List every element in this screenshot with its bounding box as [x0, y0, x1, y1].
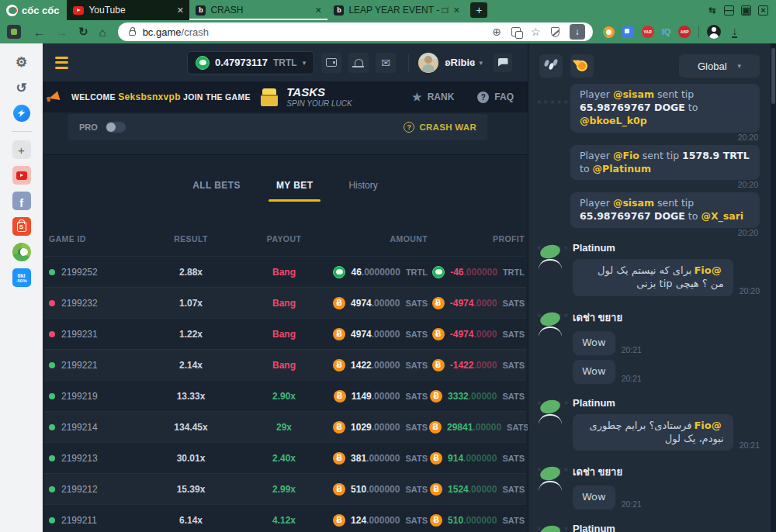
abp-extension-icon[interactable]: ABP — [678, 26, 691, 38]
pro-toggle[interactable] — [106, 122, 126, 133]
coccoc-extension-icon[interactable] — [603, 26, 615, 38]
chat-username[interactable]: Platinum — [573, 242, 760, 254]
profit-cell: Ƀ29841.00000SATS — [429, 421, 528, 434]
trtl-coin-icon — [196, 56, 210, 70]
maximize-button[interactable]: ▣ — [741, 5, 751, 16]
translate-icon[interactable] — [511, 27, 521, 36]
close-window-button[interactable]: × — [758, 5, 768, 16]
youtube-shortcut-icon[interactable] — [12, 166, 31, 185]
close-icon[interactable]: × — [453, 5, 459, 16]
coccoc-shortcut-icon[interactable] — [12, 243, 31, 261]
amount-cell: Ƀ1422.00000SATS — [331, 359, 429, 371]
tab-history[interactable]: History — [348, 180, 377, 191]
tab-my-bet[interactable]: MY BET — [276, 180, 314, 191]
new-tab-button[interactable]: + — [470, 2, 487, 18]
mention[interactable]: @Fio — [613, 150, 639, 161]
balance-selector[interactable]: 0.47973117 TRTL ▾ — [187, 51, 314, 74]
chat-toggle-button[interactable] — [494, 54, 512, 72]
browser-toolbar: ← → ↻ ⌂ bc.game/crash ⊕ ☆ ↓ YAR IQ ABP ↓ — [0, 20, 776, 43]
faq-link[interactable]: ? FAQ — [477, 92, 514, 103]
chat-username[interactable]: เดช่า ขยาย — [573, 309, 760, 326]
question-icon: ? — [477, 92, 489, 103]
table-row[interactable]: 21992116.14x4.12xɃ124.000000SATSɃ510.000… — [44, 504, 526, 532]
mention[interactable]: @bkoeL_k0p — [580, 115, 647, 126]
workspace-icon[interactable]: ⇆ — [707, 5, 717, 16]
table-row[interactable]: 21992321.07xBangɃ4974.00000SATSɃ-4974.00… — [44, 287, 526, 318]
url-text[interactable]: bc.game/crash — [143, 26, 209, 38]
tasks-title: TASKS — [286, 86, 352, 99]
mention[interactable]: @Platinum — [593, 163, 651, 174]
table-row[interactable]: 21992212.14xBangɃ1422.00000SATSɃ-1422.00… — [44, 349, 526, 380]
mention[interactable]: @X_sari — [701, 210, 743, 222]
hamburger-menu-icon[interactable] — [50, 52, 73, 74]
downloads-tray-icon[interactable]: ↓ — [732, 26, 737, 39]
tab-title: LEAP YEAR EVENT - □Event - — [348, 5, 449, 16]
tab-all-bets[interactable]: ALL BETS — [192, 180, 241, 191]
settings-gear-icon[interactable]: ⚙ — [12, 53, 31, 71]
chat-username[interactable]: Platinum — [573, 523, 760, 532]
table-row[interactable]: 219921330.01x2.40xɃ381.000000SATSɃ914.00… — [44, 442, 526, 473]
close-icon[interactable]: × — [315, 5, 321, 16]
mention[interactable]: @sisam — [613, 197, 654, 209]
wallet-button[interactable] — [321, 53, 341, 73]
tab-leap-year-event[interactable]: b LEAP YEAR EVENT - □Event - × — [327, 0, 466, 20]
messenger-icon[interactable] — [12, 104, 31, 123]
download-button[interactable]: ↓ — [570, 24, 585, 40]
table-row[interactable]: 2199214134.45x29xɃ1029.00000SATSɃ29841.0… — [44, 411, 526, 442]
game-id-cell: 2199214 — [44, 422, 145, 433]
mention[interactable]: @sisam — [613, 88, 654, 100]
result-cell: 1.22x — [145, 329, 237, 340]
history-icon[interactable]: ↺ — [12, 78, 31, 97]
btc-coin-icon: Ƀ — [334, 390, 346, 402]
chat-scrollbar[interactable] — [771, 43, 776, 532]
avatar[interactable] — [418, 53, 438, 73]
result-cell: 15.39x — [145, 484, 237, 495]
iq-extension-icon[interactable]: IQ — [662, 27, 671, 36]
game-id-cell: 2199221 — [44, 360, 145, 371]
adblock-shield-icon[interactable] — [551, 27, 559, 37]
tip-amount: 65.98769767 DOGE — [580, 102, 685, 113]
messages-button[interactable]: ✉ — [376, 53, 396, 73]
yar-extension-icon[interactable]: YAR — [642, 26, 654, 38]
home-button[interactable]: ⌂ — [94, 26, 112, 39]
close-icon[interactable]: × — [177, 5, 183, 16]
rain-button[interactable] — [539, 54, 563, 78]
back-button[interactable]: ← — [28, 26, 50, 39]
coin-drop-button[interactable] — [570, 54, 594, 78]
tasks-link[interactable]: TASKS SPIN YOUR LUCK — [259, 86, 352, 108]
minimize-button[interactable]: — — [724, 5, 734, 16]
sidebar-toggle-button[interactable] — [7, 25, 21, 39]
notifications-button[interactable] — [348, 53, 369, 73]
chat-room-selector[interactable]: Global ▾ — [679, 54, 760, 78]
treasure-chest-icon — [259, 88, 279, 105]
mention[interactable]: @Fio — [694, 264, 721, 276]
rank-link[interactable]: ★ RANK — [412, 91, 454, 103]
divider — [408, 54, 409, 71]
add-shortcut-button[interactable]: + — [12, 140, 31, 159]
shopee-shortcut-icon[interactable]: S — [12, 217, 31, 236]
profit-cell: Ƀ510.000000SATS — [429, 514, 526, 527]
site-navbar: 0.47973117 TRTL ▾ ✉ ʚRibiɞ ▾ — [43, 43, 528, 81]
translate-extension-icon[interactable] — [622, 26, 634, 38]
facebook-shortcut-icon[interactable]: f — [12, 192, 31, 210]
tab-youtube[interactable]: YouTube × — [67, 0, 189, 20]
forward-button[interactable]: → — [50, 26, 73, 39]
username[interactable]: ʚRibiɞ — [445, 57, 475, 68]
address-bar[interactable]: bc.game/crash ⊕ ☆ ↓ — [118, 22, 593, 41]
profit-cell: Ƀ-1422.0000SATS — [429, 359, 526, 371]
scrollbar-thumb[interactable] — [771, 48, 775, 104]
profile-icon[interactable] — [707, 25, 721, 39]
chat-username[interactable]: เดช่า ขยาย — [573, 464, 760, 480]
chat-username[interactable]: Platinum — [573, 397, 760, 409]
tab-crash[interactable]: b CRASH × — [189, 0, 327, 20]
bookmark-star-icon[interactable]: ☆ — [531, 26, 541, 37]
mention[interactable]: @Fio — [694, 420, 721, 431]
tiki-shortcut-icon[interactable]: tiki-50% — [12, 268, 31, 287]
crash-war-link[interactable]: ? CRASH WAR — [404, 122, 476, 133]
reload-button[interactable]: ↻ — [73, 25, 94, 39]
table-row[interactable]: 21992522.88xBang46.0000000TRTL-46.000000… — [44, 256, 526, 287]
zoom-icon[interactable]: ⊕ — [492, 26, 501, 37]
table-row[interactable]: 21992311.22xBangɃ4974.00000SATSɃ-4974.00… — [44, 318, 526, 349]
table-row[interactable]: 219921913.33x2.90xɃ1149.00000SATSɃ3332.0… — [44, 380, 526, 411]
table-row[interactable]: 219921215.39x2.99xɃ510.000000SATSɃ1524.0… — [44, 473, 526, 504]
